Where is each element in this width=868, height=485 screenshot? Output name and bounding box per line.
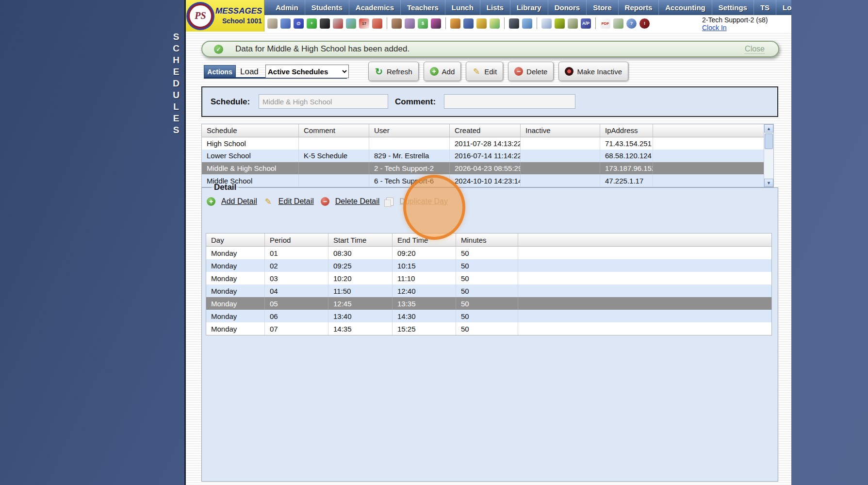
- tab-actions[interactable]: Actions: [204, 65, 236, 78]
- vertical-title-letter: E: [170, 66, 182, 78]
- table-cell: 09:25: [328, 259, 393, 272]
- nav-item-academics[interactable]: Academics: [349, 0, 401, 15]
- help-icon[interactable]: ?: [626, 18, 637, 29]
- register-icon[interactable]: [568, 18, 578, 29]
- table-row[interactable]: Monday0714:3515:2550: [206, 322, 771, 335]
- table-cell: 2011-07-28 14:13:22: [450, 137, 521, 150]
- schedule-input[interactable]: [259, 94, 388, 109]
- card-icon[interactable]: [555, 18, 565, 29]
- edit-detail-link[interactable]: ✎Edit Detail: [264, 197, 314, 206]
- nav-item-store[interactable]: Store: [587, 0, 618, 15]
- nav-item-logout[interactable]: Logout: [776, 0, 791, 15]
- table-row[interactable]: Lower SchoolK-5 Schedule829 - Mr. Estrel…: [202, 150, 764, 162]
- send-note-icon[interactable]: [490, 18, 500, 29]
- nav-item-teachers[interactable]: Teachers: [401, 0, 445, 15]
- table-cell: Monday: [206, 322, 265, 335]
- table-cell: [518, 322, 771, 335]
- schedule-filter-select[interactable]: Active Schedules: [265, 65, 349, 78]
- comment-label: Comment:: [395, 97, 436, 107]
- parent-icon[interactable]: [405, 18, 415, 29]
- schedules-table-scrollbar[interactable]: ▲ ▼: [764, 124, 773, 187]
- make-inactive-button[interactable]: Make Inactive: [558, 62, 628, 81]
- nav-item-admin[interactable]: Admin: [269, 0, 305, 15]
- scroll-up-button[interactable]: ▲: [764, 124, 773, 133]
- logo-app-name: MESSAGES: [215, 7, 262, 16]
- table-cell: [521, 137, 600, 150]
- ap-icon[interactable]: A/P: [581, 18, 591, 29]
- announcement-icon[interactable]: [333, 18, 343, 29]
- time-clock-icon[interactable]: [522, 18, 532, 29]
- table-row[interactable]: Monday0108:3009:2050: [206, 247, 771, 259]
- nav-item-reports[interactable]: Reports: [619, 0, 659, 15]
- add-button[interactable]: +Add: [424, 62, 461, 81]
- nav-item-lunch[interactable]: Lunch: [445, 0, 480, 15]
- nurse-icon[interactable]: [392, 18, 402, 29]
- payments-icon[interactable]: $: [418, 18, 428, 29]
- table-row[interactable]: Monday0613:4014:3050: [206, 310, 771, 322]
- table-row[interactable]: Monday0411:5012:4050: [206, 284, 771, 297]
- detail-section: Detail +Add Detail✎Edit Detail−Delete De…: [201, 183, 778, 482]
- refresh-button[interactable]: ↻Refresh: [368, 62, 419, 81]
- edit-button[interactable]: ✎Edit: [466, 62, 503, 81]
- table-cell: 14:30: [393, 310, 456, 322]
- library-icon[interactable]: [463, 18, 474, 29]
- table-row[interactable]: Monday0512:4513:3550: [206, 297, 771, 310]
- mobile-icon[interactable]: [320, 18, 330, 29]
- staff-icon[interactable]: [509, 18, 519, 29]
- nav-item-students[interactable]: Students: [305, 0, 349, 15]
- link-label: Delete Detail: [335, 197, 380, 206]
- table-cell: 2026-04-23 08:55:29: [450, 162, 521, 175]
- vertical-title-letter: H: [170, 54, 182, 66]
- megaphone-icon[interactable]: [372, 18, 382, 29]
- nav-item-lists[interactable]: Lists: [480, 0, 510, 15]
- table-row[interactable]: Monday0209:2510:1550: [206, 259, 771, 272]
- lunch-icon[interactable]: [450, 18, 460, 29]
- calendar-grid-icon[interactable]: [280, 18, 291, 29]
- search-icon[interactable]: [267, 18, 278, 29]
- add-detail-link[interactable]: +Add Detail: [207, 197, 257, 206]
- schedule-calendar-icon[interactable]: [346, 18, 356, 29]
- email-icon[interactable]: @: [294, 18, 304, 29]
- nav-item-ts[interactable]: TS: [754, 0, 776, 15]
- sidebar-vertical-title: SCHEDULES: [170, 31, 182, 136]
- date-calendar-icon[interactable]: 17: [359, 18, 369, 29]
- pdf-icon[interactable]: PDF: [600, 18, 610, 29]
- nav-item-donors[interactable]: Donors: [548, 0, 587, 15]
- bell-icon[interactable]: [476, 18, 487, 29]
- duplicate-icon: [386, 198, 393, 206]
- nav-item-settings[interactable]: Settings: [712, 0, 754, 15]
- nav-item-accounting[interactable]: Accounting: [659, 0, 712, 15]
- table-cell: Monday: [206, 259, 265, 272]
- column-header: [518, 234, 771, 246]
- alert-icon[interactable]: !: [639, 18, 650, 29]
- success-banner: ✓ Data for Middle & High School has been…: [201, 41, 779, 57]
- vertical-title-letter: S: [170, 124, 182, 136]
- gradebook-icon[interactable]: [541, 18, 552, 29]
- nav-item-library[interactable]: Library: [510, 0, 548, 15]
- add-icon: +: [207, 197, 215, 206]
- table-row[interactable]: Monday0310:2011:1050: [206, 272, 771, 284]
- table-row[interactable]: High School2011-07-28 14:13:2271.43.154.…: [202, 137, 764, 150]
- scroll-track[interactable]: [764, 133, 773, 179]
- comment-input[interactable]: [444, 94, 575, 109]
- toolbar-separator: [445, 17, 446, 29]
- clock-in-link[interactable]: Clock In: [702, 24, 727, 32]
- delete-button[interactable]: −Delete: [508, 62, 554, 81]
- table-cell: 08:30: [328, 247, 393, 259]
- table-cell: Monday: [206, 284, 265, 297]
- family-icon[interactable]: [431, 18, 441, 29]
- sms-icon[interactable]: +: [307, 18, 317, 29]
- cash-register-icon[interactable]: [613, 18, 623, 29]
- table-cell: Middle & High School: [202, 162, 299, 175]
- table-row[interactable]: Middle & High School2 - Tech Support-220…: [202, 162, 764, 175]
- button-label: Delete: [526, 67, 547, 76]
- delete-detail-link[interactable]: −Delete Detail: [321, 197, 380, 206]
- vertical-title-letter: D: [170, 78, 182, 89]
- table-cell: [518, 272, 771, 284]
- table-cell: 14:35: [328, 322, 393, 335]
- app-header: PS MESSAGES School 1001 AdminStudentsAca…: [186, 0, 791, 32]
- table-cell: 02: [265, 259, 328, 272]
- banner-close-link[interactable]: Close: [745, 45, 765, 54]
- column-header: Start Time: [328, 234, 393, 246]
- scroll-thumb[interactable]: [765, 134, 773, 149]
